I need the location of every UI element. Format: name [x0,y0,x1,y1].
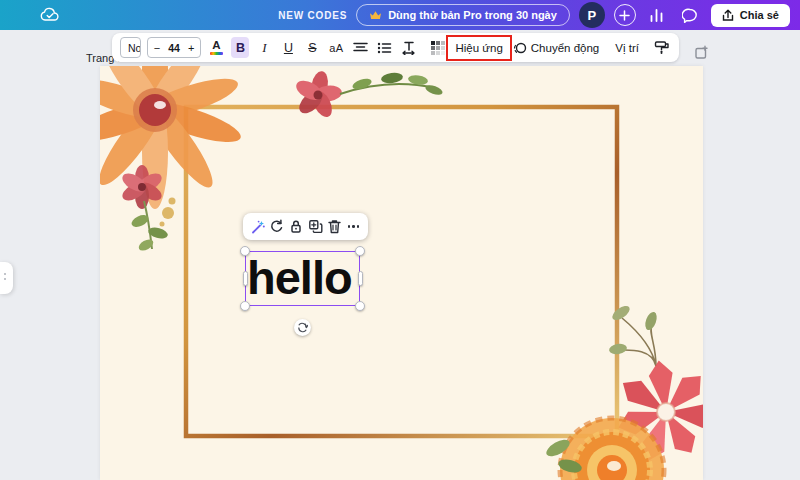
top-branch [340,72,444,97]
effects-button[interactable]: Hiệu ứng [453,36,504,60]
comments-button[interactable] [678,3,702,27]
add-page-button[interactable] [694,44,710,60]
topbar-actions: NEW CODES Dùng thử bản Pro trong 30 ngày… [278,2,800,28]
alignment-button[interactable] [351,37,369,59]
text-case-button[interactable]: aA [327,37,345,59]
magic-wand-icon [250,219,266,235]
insights-button[interactable] [645,3,669,27]
element-context-toolbar [243,213,368,240]
pro-trial-button[interactable]: Dùng thử bản Pro trong 30 ngày [356,4,570,26]
resize-handle-top-right[interactable] [355,246,365,256]
chat-bubble-icon [682,8,698,23]
decrease-size-button[interactable]: − [154,42,160,54]
list-button[interactable] [375,37,393,59]
resize-handle-bottom-right[interactable] [355,301,365,311]
bullet-list-icon [377,42,392,54]
font-size-value[interactable]: 44 [168,42,180,54]
resize-handle-left[interactable] [243,271,248,286]
canvas-artwork [100,66,703,480]
cloud-saved-icon[interactable] [38,3,62,27]
spacing-button[interactable] [399,37,417,59]
lock-icon [289,219,303,234]
resize-handle-bottom-left[interactable] [240,301,250,311]
rotate-icon [297,322,308,333]
crown-icon [369,10,382,21]
rainbow-underline [210,52,223,55]
font-selector[interactable]: Noto Sans [120,37,141,58]
bold-button[interactable]: B [231,37,249,58]
animate-button[interactable]: Chuyển động [511,36,601,60]
add-member-button[interactable] [614,4,636,26]
top-red-flower [293,70,343,120]
add-page-icon [694,44,710,60]
copy-style-button[interactable] [653,37,671,59]
daisy-flower [100,66,245,209]
gold-dots [160,198,176,227]
upload-icon [722,9,734,22]
more-options-button[interactable] [345,218,362,235]
text-format-toolbar: Noto Sans − 44 + A B I U S aA [112,33,679,62]
transparency-icon [431,41,445,55]
share-button[interactable]: Chia sẻ [711,4,790,27]
new-codes-label: NEW CODES [278,10,347,21]
duplicate-icon [308,219,323,234]
paint-roller-icon [654,40,670,56]
magic-edit-button[interactable] [249,218,266,235]
lock-button[interactable] [287,218,304,235]
align-center-icon [353,42,368,54]
italic-button[interactable]: I [255,37,273,59]
resize-handle-top-left[interactable] [240,246,250,256]
rotate-handle[interactable] [294,319,311,336]
increase-size-button[interactable]: + [188,42,194,54]
more-icon [348,225,360,228]
sidebar-toggle-handle[interactable] [0,262,13,294]
duplicate-button[interactable] [307,218,324,235]
strikethrough-button[interactable]: S [303,37,321,59]
animate-icon [513,41,527,55]
top-bar: NEW CODES Dùng thử bản Pro trong 30 ngày… [0,0,800,30]
selection-box [245,251,360,306]
transparency-button[interactable] [429,37,447,59]
position-button[interactable]: Vị trí [613,36,641,60]
trash-icon [328,219,341,234]
letter-spacing-icon [401,41,416,55]
underline-button[interactable]: U [279,37,297,59]
pro-trial-label: Dùng thử bản Pro trong 30 ngày [388,9,557,21]
plus-icon [619,10,630,21]
font-size-stepper: − 44 + [147,37,202,58]
small-red-flower [119,165,169,253]
share-label: Chia sẻ [740,9,779,21]
design-canvas[interactable]: hello [100,66,703,480]
regenerate-icon [269,219,284,234]
avatar[interactable]: P [579,2,605,28]
text-color-button[interactable]: A [207,37,225,59]
regenerate-button[interactable] [268,218,285,235]
delete-button[interactable] [326,218,343,235]
bar-chart-icon [649,8,664,22]
canva-editor: NEW CODES Dùng thử bản Pro trong 30 ngày… [0,0,800,480]
resize-handle-right[interactable] [358,271,363,286]
